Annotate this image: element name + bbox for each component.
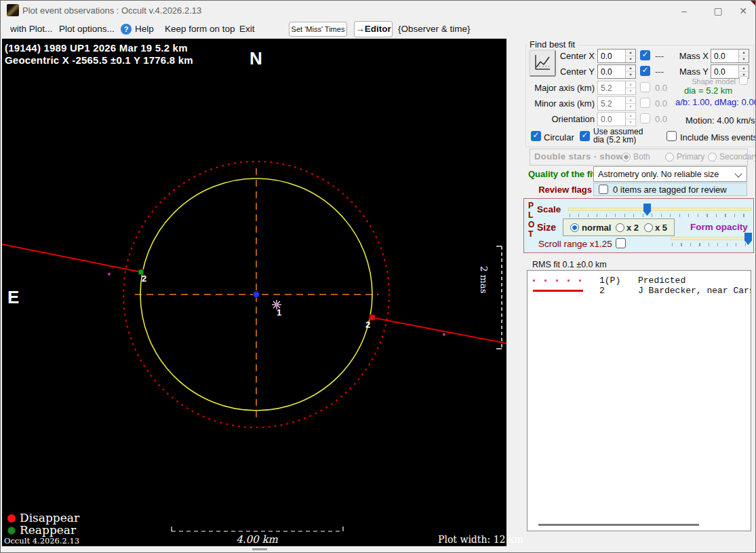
list-item[interactable]: 2 J Bardecker, near Carso [528, 286, 751, 296]
find-best-fit-label: Find best fit [528, 39, 577, 50]
center-x-label: Center X [542, 51, 595, 61]
size-x2-radio[interactable] [616, 223, 624, 232]
center-x-spinner[interactable]: ▲▼ [625, 50, 635, 62]
menu-exit[interactable]: Exit [239, 24, 255, 34]
scroll-range-checkbox[interactable] [616, 238, 626, 248]
double-stars-secondary-radio [708, 153, 717, 161]
plot-letter-o: O [528, 220, 534, 229]
screen-corner-artifact [751, 1, 756, 7]
editor-button[interactable]: →Editor [354, 21, 393, 37]
circular-label: Circular [544, 132, 574, 142]
plot-graphics [2, 39, 506, 546]
list-item[interactable]: 1(P) Predicted [528, 275, 751, 286]
include-miss-checkbox[interactable] [667, 131, 677, 141]
size-normal-radio[interactable] [570, 223, 579, 232]
mass-x-field[interactable]: 0.0 ▲▼ [711, 49, 749, 63]
major-axis-label: Major axis (km) [528, 83, 595, 93]
predicted-line-sample-icon [533, 280, 583, 282]
quality-combobox[interactable]: Astrometry only. No reliable size [593, 166, 747, 182]
major-axis-aux: 0.0 [655, 83, 667, 93]
plot-letter-l: L [528, 210, 533, 220]
scroll-range-label: Scroll range x1.25 [538, 239, 612, 249]
observations-list[interactable]: 1(P) Predicted 2 J Bardecker, near Carso [527, 270, 751, 531]
menu-plot-options[interactable]: Plot options... [59, 24, 115, 34]
motion-text: Motion: 4.00 km/s [685, 115, 755, 126]
observation-id: 1(P) [599, 275, 638, 286]
minor-axis-checkbox [640, 98, 650, 108]
center-y-spinner[interactable]: ▲▼ [625, 65, 635, 78]
maximize-button[interactable]: ▢ [706, 2, 730, 20]
event-title: (19144) 1989 UP1 2026 Mar 19 5.2 km [5, 42, 188, 54]
star-label: 1 [277, 307, 281, 318]
plot-letter-p: P [528, 201, 534, 210]
minor-axis-label: Minor axis (km) [528, 98, 595, 109]
major-axis-field: 5.2 ▲▼ [597, 81, 636, 95]
major-axis-spinner: ▲▼ [625, 81, 635, 94]
chord-dot-right [443, 333, 445, 336]
plot-canvas[interactable]: (19144) 1989 UP1 2026 Mar 19 5.2 km Geoc… [2, 39, 506, 546]
shape-model-label: Shape model [685, 77, 736, 85]
ab-dmag-text: a/b: 1.00, dMag: 0.00 [675, 97, 756, 107]
quality-value: Astrometry only. No reliable size [598, 170, 719, 179]
list-hscrollbar-thumb[interactable] [538, 524, 699, 526]
north-label: N [250, 48, 262, 69]
bottom-strip [2, 546, 506, 553]
bottom-scrollbar-thumb[interactable] [252, 548, 267, 550]
major-axis-value: 5.2 [601, 83, 612, 93]
km-scale-label: 4.00 km [216, 533, 298, 546]
minor-axis-spinner: ▲▼ [625, 97, 635, 110]
review-flags-text: 0 items are tagged for review [613, 185, 727, 195]
size-normal-label: normal [582, 223, 611, 233]
mass-y-value: 0.0 [714, 67, 725, 77]
size-x5-radio[interactable] [644, 223, 653, 232]
observation-name: J Bardecker, near Carso [638, 286, 751, 296]
chord-label-right: 2 [365, 320, 370, 330]
scale-label: Scale [537, 204, 561, 214]
center-y-value: 0.0 [601, 67, 612, 77]
menu-help[interactable]: Help [135, 24, 154, 34]
disappear-dot-icon [7, 514, 16, 522]
shape-model-checkbox [739, 76, 748, 85]
app-window: Plot event observations : Occult v.4.202… [0, 0, 756, 553]
reappear-dot-icon [7, 527, 16, 535]
help-icon[interactable]: ? [121, 24, 132, 35]
include-miss-label: Include Miss events [680, 132, 756, 142]
scale-slider-track[interactable] [568, 208, 751, 211]
minor-axis-field: 5.2 ▲▼ [597, 96, 636, 111]
review-flags-field: 0 items are tagged for review [593, 183, 747, 196]
orientation-label: Orientation [528, 114, 595, 124]
control-panel: Find best fit Center X 0.0 ▲▼ --- Mass X… [523, 39, 756, 553]
double-stars-secondary-label: Secondary [719, 152, 756, 161]
minor-axis-value: 5.2 [601, 99, 612, 109]
center-y-checkbox[interactable] [640, 66, 650, 76]
set-miss-times-button[interactable]: Set 'Miss' Times [289, 22, 347, 37]
version-label: Occult 4.2026.2.13 [4, 536, 79, 546]
size-radio-group: normal x 2 x 5 [563, 218, 675, 236]
review-flags-checkbox[interactable] [599, 185, 608, 194]
center-y-field[interactable]: 0.0 ▲▼ [597, 64, 636, 79]
minor-axis-aux: 0.0 [655, 98, 667, 109]
orientation-checkbox [640, 113, 650, 123]
opacity-slider-track[interactable] [671, 237, 752, 240]
legend-reappear: Reappear [20, 523, 76, 537]
center-x-field[interactable]: 0.0 ▲▼ [597, 49, 636, 63]
center-x-checkbox[interactable] [640, 50, 650, 60]
orientation-field: 0.0 ▲▼ [597, 112, 636, 126]
observation-name: Predicted [638, 275, 685, 286]
scale-slider-ticks [570, 214, 750, 217]
app-icon [7, 4, 19, 16]
menu-keep-form-on-top[interactable]: Keep form on top [165, 24, 235, 34]
mass-x-spinner[interactable]: ▲▼ [738, 50, 749, 62]
use-assumed-checkbox[interactable] [580, 131, 590, 141]
minimize-button[interactable]: – [672, 2, 696, 20]
center-x-value: 0.0 [601, 52, 612, 61]
form-opacity-label[interactable]: Form opacity [690, 222, 748, 232]
plot-settings-panel: P L O T Scale Size normal x 2 x 5 Form o… [523, 198, 754, 253]
use-assumed-label-2: dia (5.2 km) [593, 135, 636, 145]
mass-y-label: Mass Y [676, 66, 709, 77]
double-stars-label: Double stars - show [534, 151, 623, 161]
menu-with-plot[interactable]: with Plot... [10, 24, 52, 34]
title-bar: Plot event observations : Occult v.4.202… [1, 1, 756, 21]
circular-checkbox[interactable] [531, 131, 541, 141]
mass-x-label: Mass X [676, 51, 709, 61]
